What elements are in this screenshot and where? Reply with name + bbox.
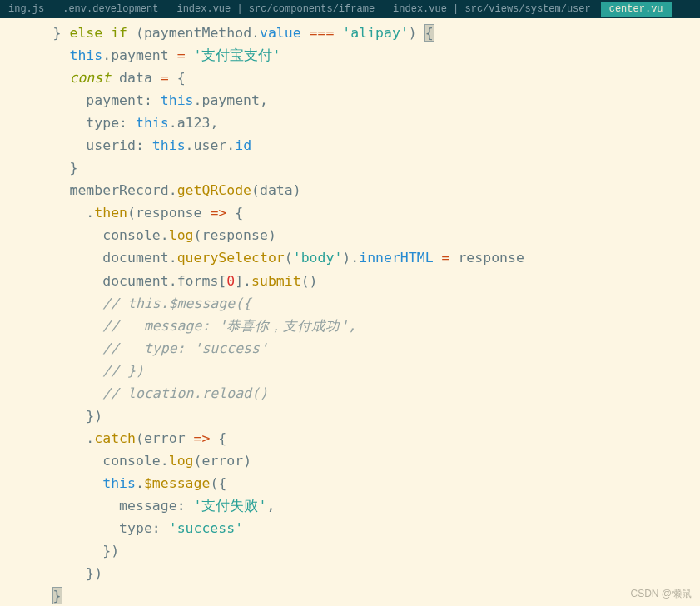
code-editor[interactable]: } else if (paymentMethod.value === 'alip… (0, 18, 700, 606)
tab-ring-js[interactable]: ing.js (0, 2, 52, 17)
tab-index-system-user[interactable]: index.vue | src/views/system/user (385, 2, 599, 17)
kw-else: else (69, 25, 102, 41)
watermark: CSDN @懒鼠 (630, 587, 692, 601)
brace-close: } (53, 588, 62, 604)
tab-center-vue[interactable]: center.vu (601, 2, 672, 17)
tab-bar: ing.js .env.development index.vue | src/… (0, 0, 700, 18)
tab-env-development[interactable]: .env.development (54, 2, 166, 17)
kw-if: if (111, 25, 127, 41)
tab-index-iframe[interactable]: index.vue | src/components/iframe (168, 2, 383, 17)
brace-open: { (425, 25, 434, 41)
